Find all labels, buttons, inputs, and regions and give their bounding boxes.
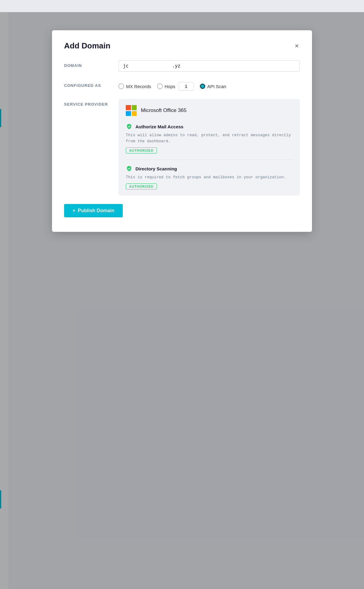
shield-check-icon — [126, 123, 132, 130]
mx-records-label: MX Records — [126, 84, 151, 89]
hops-label: Hops — [165, 84, 175, 89]
domain-input[interactable] — [119, 60, 300, 72]
service-provider-panel: Microsoft Office 365 — [119, 99, 300, 196]
mail-access-header: Authorize Mail Access — [126, 123, 293, 130]
modal-overlay: Add Domain × DOMAIN CONFIGURED AS MX Rec… — [0, 12, 364, 589]
domain-label: DOMAIN — [64, 60, 119, 68]
directory-scanning-title: Directory Scanning — [135, 166, 177, 171]
page-background: Add Domain × DOMAIN CONFIGURED AS MX Rec… — [0, 12, 364, 589]
api-scan-option[interactable]: API Scan — [200, 84, 226, 89]
domain-row: DOMAIN — [64, 60, 300, 72]
mx-records-radio[interactable] — [119, 84, 124, 89]
mx-records-option[interactable]: MX Records — [119, 84, 151, 89]
publish-domain-button[interactable]: + Publish Domain — [64, 204, 123, 217]
hops-radio[interactable] — [157, 84, 163, 89]
publish-plus-icon: + — [73, 208, 75, 213]
close-button[interactable]: × — [294, 41, 300, 51]
add-domain-modal: Add Domain × DOMAIN CONFIGURED AS MX Rec… — [52, 30, 312, 232]
ms-tile-blue — [126, 111, 131, 116]
publish-button-label: Publish Domain — [78, 208, 114, 213]
mail-access-badge: AUTHORIZED — [126, 147, 157, 153]
service-provider-row: SERVICE PROVIDER Microsoft Office 365 — [64, 99, 300, 196]
directory-scanning-section: Directory Scanning This is required to f… — [126, 165, 293, 189]
modal-title: Add Domain — [64, 41, 110, 51]
configured-as-row: CONFIGURED AS MX Records Hops 1 API Scan — [64, 80, 300, 90]
domain-field — [119, 60, 300, 72]
directory-scanning-description: This is required to fetch groups and mai… — [126, 174, 293, 180]
configured-as-label: CONFIGURED AS — [64, 80, 119, 88]
shield-check-icon-2 — [126, 165, 132, 172]
modal-header: Add Domain × — [64, 41, 300, 51]
mail-access-title: Authorize Mail Access — [135, 124, 184, 129]
mail-access-description: This will allow admins to read, protect,… — [126, 132, 293, 144]
provider-name: Microsoft Office 365 — [141, 107, 187, 114]
hops-value-input[interactable]: 1 — [179, 82, 194, 90]
hops-option[interactable]: Hops 1 — [157, 82, 194, 90]
ms-tile-yellow — [132, 111, 137, 116]
provider-header: Microsoft Office 365 — [126, 105, 293, 116]
api-scan-radio[interactable] — [200, 84, 205, 89]
microsoft-logo — [126, 105, 137, 116]
ms-tile-red — [126, 105, 131, 110]
directory-scanning-badge: AUTHORIZED — [126, 183, 157, 189]
service-provider-field: Microsoft Office 365 — [119, 99, 300, 196]
directory-scanning-header: Directory Scanning — [126, 165, 293, 172]
ms-tile-green — [132, 105, 137, 110]
configured-as-options: MX Records Hops 1 API Scan — [119, 80, 300, 90]
service-provider-label: SERVICE PROVIDER — [64, 99, 119, 107]
section-divider — [126, 160, 293, 160]
api-scan-label: API Scan — [207, 84, 226, 89]
mail-access-section: Authorize Mail Access This will allow ad… — [126, 123, 293, 153]
